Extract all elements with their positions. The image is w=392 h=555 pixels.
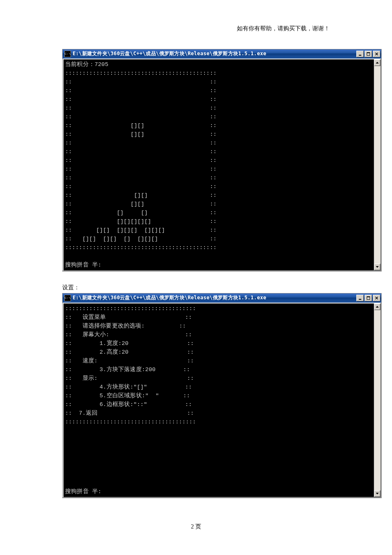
- scroll-down-button[interactable]: [374, 264, 380, 270]
- scroll-up-button[interactable]: [374, 303, 380, 310]
- console-icon: C:\: [64, 295, 71, 301]
- close-icon: [375, 296, 378, 300]
- minimize-button[interactable]: [356, 51, 364, 57]
- maximize-icon: [367, 52, 370, 56]
- titlebar-text: E:\新建文件夹\360云盘\C++\成品\俄罗斯方块\Release\俄罗斯方…: [73, 50, 356, 57]
- console-client-area: 当前积分：7205 ::::::::::::::::::::::::::::::…: [63, 59, 381, 271]
- chevron-down-icon: [376, 493, 379, 494]
- maximize-button[interactable]: [365, 51, 372, 57]
- console-window-game: C:\ E:\新建文件夹\360云盘\C++\成品\俄罗斯方块\Release\…: [62, 49, 382, 271]
- minimize-icon: [358, 296, 362, 300]
- close-icon: [375, 52, 378, 56]
- minimize-button[interactable]: [356, 295, 364, 301]
- console-client-area: :::::::::::::::::::::::::::::::::::::: :…: [63, 303, 381, 498]
- chevron-up-icon: [376, 62, 379, 64]
- maximize-button[interactable]: [365, 295, 372, 301]
- svg-rect-3: [359, 299, 361, 300]
- page-number: 2 页: [0, 523, 392, 531]
- vertical-scrollbar[interactable]: [374, 59, 380, 270]
- page-header-text: 如有你有帮助，请购买下载，谢谢！: [0, 25, 392, 32]
- console-output-settings: :::::::::::::::::::::::::::::::::::::: :…: [63, 303, 374, 497]
- titlebar[interactable]: C:\ E:\新建文件夹\360云盘\C++\成品\俄罗斯方块\Release\…: [63, 49, 381, 59]
- titlebar-buttons: [356, 295, 380, 301]
- console-window-settings: C:\ E:\新建文件夹\360云盘\C++\成品\俄罗斯方块\Release\…: [62, 293, 382, 498]
- vertical-scrollbar[interactable]: [374, 303, 380, 497]
- scroll-up-button[interactable]: [374, 59, 380, 66]
- scroll-down-button[interactable]: [374, 490, 380, 497]
- maximize-icon: [367, 296, 370, 300]
- svg-rect-2: [367, 52, 370, 53]
- console-icon: C:\: [64, 51, 71, 57]
- chevron-up-icon: [376, 306, 379, 308]
- titlebar[interactable]: C:\ E:\新建文件夹\360云盘\C++\成品\俄罗斯方块\Release\…: [63, 293, 381, 303]
- close-button[interactable]: [373, 295, 380, 301]
- close-button[interactable]: [373, 51, 380, 57]
- scroll-track[interactable]: [374, 310, 380, 490]
- titlebar-text: E:\新建文件夹\360云盘\C++\成品\俄罗斯方块\Release\俄罗斯方…: [73, 294, 356, 301]
- minimize-icon: [358, 52, 362, 56]
- console-output-game: 当前积分：7205 ::::::::::::::::::::::::::::::…: [63, 59, 374, 270]
- section-label-settings: 设置：: [62, 284, 392, 291]
- chevron-down-icon: [376, 266, 379, 268]
- svg-rect-5: [367, 296, 370, 297]
- titlebar-buttons: [356, 51, 380, 57]
- scroll-track[interactable]: [374, 66, 380, 264]
- svg-rect-0: [359, 55, 361, 56]
